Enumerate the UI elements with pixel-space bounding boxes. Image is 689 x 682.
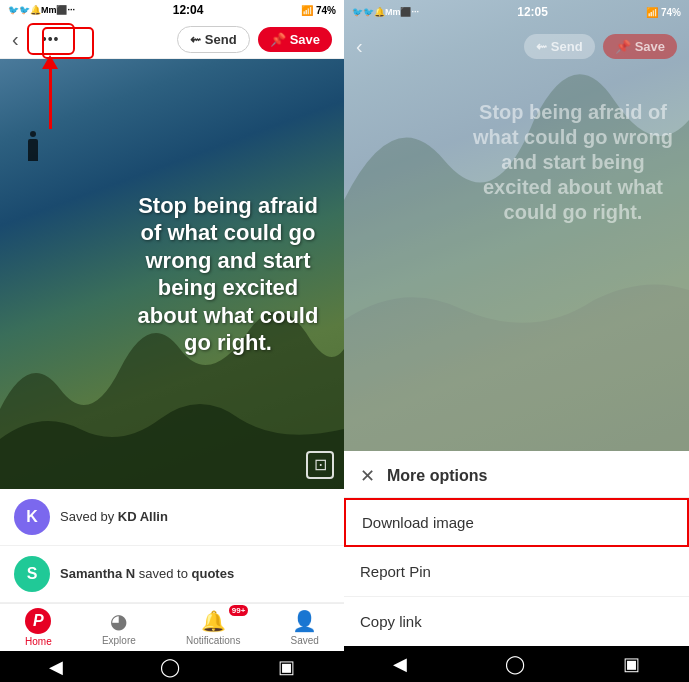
activity-text: Samantha N saved to quotes: [60, 566, 234, 581]
sheet-title: More options: [387, 467, 487, 485]
copy-link-option[interactable]: Copy link: [344, 597, 689, 646]
right-panel: 🐦🐦🔔Mm⬛··· 12:05 📶 74% ‹ ⇜ Send 📌 Save St…: [344, 0, 689, 682]
notifications-label: Notifications: [186, 635, 240, 646]
notification-badge: 99+: [229, 605, 249, 616]
explore-label: Explore: [102, 635, 136, 646]
right-home-sys[interactable]: ◯: [505, 653, 525, 675]
saved-label: Saved: [291, 635, 319, 646]
right-top-nav: ‹ ⇜ Send 📌 Save: [344, 24, 689, 68]
left-status-bar: 🐦🐦🔔Mm⬛··· 12:04 📶 74%: [0, 0, 344, 21]
pinterest-logo: P: [25, 608, 51, 634]
left-panel: 🐦🐦🔔Mm⬛··· 12:04 📶 74% ‹ ⇜ Send 📌 Save: [0, 0, 344, 682]
fullscreen-icon[interactable]: ⊡: [306, 451, 334, 479]
send-icon: ⇜: [190, 32, 201, 47]
download-image-option[interactable]: Download image: [344, 498, 689, 547]
annotation-arrow: [42, 55, 58, 129]
arrow-head: [42, 55, 58, 69]
left-system-nav: ◀ ◯ ▣: [0, 651, 344, 682]
right-pin-quote: Stop being afraid of what could go wrong…: [473, 100, 673, 225]
right-status-bar: 🐦🐦🔔Mm⬛··· 12:05 📶 74%: [344, 0, 689, 24]
arrow-shaft: [49, 69, 52, 129]
activity-text: Saved by KD Allin: [60, 509, 168, 524]
right-time: 12:05: [517, 5, 548, 19]
person-icon: 👤: [292, 609, 317, 633]
bottom-sheet: ✕ More options Download image Report Pin…: [344, 451, 689, 646]
right-save-button[interactable]: 📌 Save: [603, 34, 677, 59]
right-panel-content: 🐦🐦🔔Mm⬛··· 12:05 📶 74% ‹ ⇜ Send 📌 Save St…: [344, 0, 689, 682]
close-sheet-button[interactable]: ✕: [360, 465, 375, 487]
right-send-button[interactable]: ⇜ Send: [524, 34, 595, 59]
right-nav-buttons: ⇜ Send 📌 Save: [524, 34, 677, 59]
left-battery: 📶 74%: [301, 5, 336, 16]
activity-item: S Samantha N saved to quotes: [0, 546, 344, 603]
back-system-button[interactable]: ◀: [49, 656, 63, 678]
activity-section: K Saved by KD Allin S Samantha N saved t…: [0, 489, 344, 603]
home-system-button[interactable]: ◯: [160, 656, 180, 678]
avatar: S: [14, 556, 50, 592]
right-system-nav: ◀ ◯ ▣: [344, 646, 689, 682]
sheet-header: ✕ More options: [344, 451, 689, 498]
nav-explore[interactable]: ◕ Explore: [94, 605, 144, 650]
pin-icon: 📌: [615, 39, 631, 54]
avatar: K: [14, 499, 50, 535]
person-silhouette: [28, 139, 38, 161]
nav-saved[interactable]: 👤 Saved: [283, 605, 327, 650]
activity-item: K Saved by KD Allin: [0, 489, 344, 546]
nav-home[interactable]: P Home: [17, 604, 60, 651]
nav-notifications[interactable]: 🔔 99+ Notifications: [178, 605, 248, 650]
pin-quote: Stop being afraid of what could go wrong…: [128, 191, 328, 356]
right-battery: 📶 74%: [646, 7, 681, 18]
back-button[interactable]: ‹: [12, 28, 19, 51]
right-recents-sys[interactable]: ▣: [623, 653, 640, 675]
send-icon: ⇜: [536, 39, 547, 54]
left-top-nav: ‹ ⇜ Send 📌 Save: [0, 21, 344, 59]
left-time: 12:04: [173, 3, 204, 17]
recents-system-button[interactable]: ▣: [278, 656, 295, 678]
send-button[interactable]: ⇜ Send: [177, 26, 250, 53]
right-back-button[interactable]: ‹: [356, 35, 363, 58]
more-options-button[interactable]: [27, 23, 75, 55]
explore-icon: ◕: [110, 609, 127, 633]
report-pin-option[interactable]: Report Pin: [344, 547, 689, 597]
bottom-nav: P Home ◕ Explore 🔔 99+ Notifications 👤 S…: [0, 603, 344, 651]
right-back-sys[interactable]: ◀: [393, 653, 407, 675]
left-status-icons: 🐦🐦🔔Mm⬛···: [8, 5, 75, 15]
pin-icon: 📌: [270, 32, 286, 47]
save-button[interactable]: 📌 Save: [258, 27, 332, 52]
nav-right: ⇜ Send 📌 Save: [177, 26, 332, 53]
home-label: Home: [25, 636, 52, 647]
bell-icon: 🔔: [201, 609, 226, 633]
right-status-icons: 🐦🐦🔔Mm⬛···: [352, 7, 419, 17]
